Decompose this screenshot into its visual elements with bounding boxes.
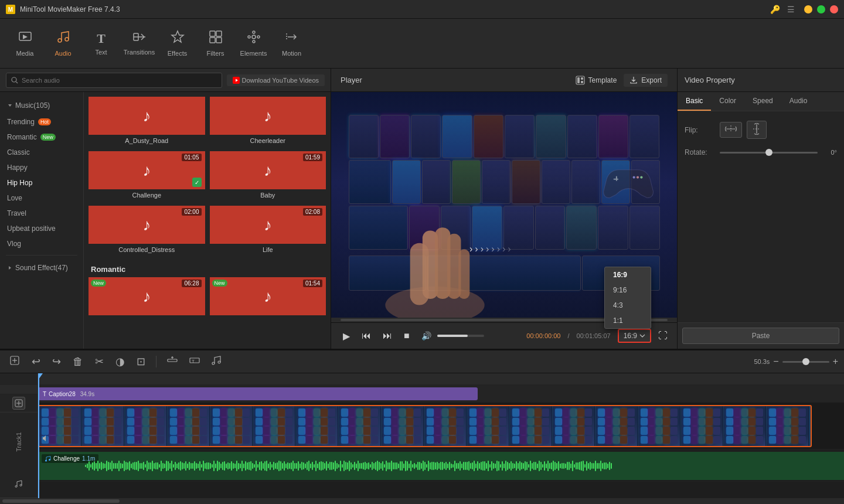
sidebar-item-trending[interactable]: Trending Hot [0, 114, 83, 130]
sidebar-item-travel[interactable]: Travel [0, 206, 83, 221]
maximize-button[interactable]: □ [817, 5, 825, 13]
music-section-header[interactable]: Music(105) [7, 99, 76, 112]
zoom-slider[interactable] [782, 361, 829, 363]
add-audio-track-button[interactable] [208, 353, 226, 371]
flip-vertical-button[interactable] [747, 121, 767, 139]
add-video-track-icon[interactable] [12, 397, 25, 410]
aspect-option-1-1[interactable]: 1:1 [605, 313, 651, 328]
sidebar-item-hiphop[interactable]: Hip Hop [0, 175, 83, 190]
list-item[interactable]: 01:05 ♪ ✓ Challenge [89, 151, 205, 201]
volume-icon[interactable]: 🔊 [419, 329, 434, 343]
caption-clip[interactable]: T Caption28 34.9s [38, 387, 478, 400]
play-button[interactable]: ▶ [341, 328, 352, 344]
undo-button[interactable]: ↩ [28, 353, 44, 370]
fullscreen-button[interactable]: ⛶ [658, 331, 668, 341]
hot-badge: Hot [38, 118, 51, 125]
sidebar-item-love[interactable]: Love [0, 190, 83, 206]
player-header-buttons: Template Export [576, 74, 668, 87]
toolbar-elements[interactable]: Elements [234, 22, 273, 66]
add-media-button[interactable] [6, 353, 23, 371]
template-button[interactable]: Template [576, 76, 617, 85]
audio-thumb-5: 02:00 ♪ [89, 206, 205, 244]
add-track-button[interactable] [164, 353, 181, 371]
toolbar-filters[interactable]: Filters [196, 22, 234, 66]
minimize-button[interactable]: – [804, 5, 812, 13]
sidebar-item-romantic[interactable]: Romantic New [0, 130, 83, 145]
aspect-option-16-9[interactable]: 16:9 [605, 267, 651, 282]
tab-audio[interactable]: Audio [781, 92, 816, 111]
rotate-slider[interactable] [720, 152, 818, 154]
svg-point-15 [253, 40, 255, 43]
paste-button[interactable]: Paste [682, 328, 839, 344]
detach-audio-button[interactable]: ◑ [112, 353, 128, 370]
audio-clip[interactable]: Challenge 1.1m [38, 452, 844, 480]
timeline-scrollbar[interactable] [2, 499, 120, 503]
toolbar-media[interactable]: Media [6, 22, 44, 66]
search-input[interactable] [22, 77, 217, 84]
list-item[interactable]: ♪ Cheerleader [210, 97, 326, 147]
redo-button[interactable]: ↪ [49, 353, 64, 370]
sidebar-item-vlog[interactable]: Vlog [0, 236, 83, 251]
prev-button[interactable]: ⏮ [359, 328, 373, 343]
aspect-option-4-3[interactable]: 4:3 [605, 298, 651, 313]
audio-clip-label: Challenge 1.1m [42, 454, 98, 463]
export-button[interactable]: Export [624, 74, 668, 87]
crop-button[interactable]: ⊡ [133, 353, 149, 370]
media-icon [18, 30, 32, 47]
duration-r1: 06:28 [182, 280, 201, 287]
list-item[interactable]: 01:59 ♪ Baby [210, 151, 326, 201]
settings-icon[interactable]: 🔑 [770, 5, 780, 14]
duration-badge-4: 02:08 [303, 208, 322, 216]
flip-horizontal-button[interactable] [720, 122, 742, 138]
add-text-track-button[interactable]: T [186, 353, 203, 371]
audio-list: ♪ A_Dusty_Road ♪ Cheerleader [84, 92, 331, 349]
toolbar-audio[interactable]: Audio [44, 22, 82, 66]
volume-fill [437, 335, 468, 337]
aspect-option-9-16[interactable]: 9:16 [605, 282, 651, 298]
video-clip[interactable]: // Generate frames inline via JS [38, 405, 812, 447]
toolbar-text[interactable]: T Text [82, 22, 120, 66]
list-item[interactable]: ♪ A_Dusty_Road [89, 97, 205, 147]
toolbar-effects[interactable]: Effects [158, 22, 196, 66]
tab-basic[interactable]: Basic [678, 92, 711, 111]
search-box[interactable] [6, 73, 222, 88]
property-title: Video Property [685, 76, 735, 84]
sound-effect-header[interactable]: Sound Effect(47) [7, 261, 76, 274]
sidebar-item-happy[interactable]: Happy [0, 160, 83, 175]
flip-vertical-icon [752, 123, 761, 135]
toolbar: Media Audio T Text Transitions Effects [0, 19, 844, 69]
svg-rect-7 [210, 31, 215, 36]
menu-icon[interactable]: ☰ [787, 5, 795, 14]
sidebar-item-upbeat[interactable]: Upbeat positive [0, 221, 83, 236]
svg-point-3 [58, 39, 62, 42]
tab-speed[interactable]: Speed [744, 92, 781, 111]
audio-name-3: Challenge [89, 189, 205, 201]
audio-name-5: Controlled_Distress [89, 244, 205, 256]
volume-slider[interactable] [437, 335, 484, 337]
next-button[interactable]: ⏭ [380, 328, 394, 343]
tab-color[interactable]: Color [711, 92, 744, 111]
stop-button[interactable]: ■ [401, 328, 412, 343]
list-item[interactable]: New 06:28 ♪ [89, 277, 205, 315]
zoom-minus-button[interactable]: − [773, 356, 778, 367]
toolbar-motion[interactable]: Motion [273, 22, 311, 66]
zoom-plus-button[interactable]: + [833, 356, 838, 367]
time-ruler [38, 373, 844, 385]
cut-button[interactable]: ✂ [91, 353, 107, 370]
delete-button[interactable]: 🗑 [69, 353, 87, 370]
new-badge-r1: New [91, 280, 106, 287]
download-youtube-button[interactable]: Download YouTube Videos [227, 74, 325, 86]
sidebar-item-classic[interactable]: Classic [0, 145, 83, 160]
svg-text:M: M [8, 6, 13, 13]
list-item[interactable]: New 01:54 ♪ [210, 277, 326, 315]
toolbar-transitions[interactable]: Transitions [120, 22, 158, 66]
audio-name-1: A_Dusty_Road [89, 135, 205, 147]
list-item[interactable]: 02:08 ♪ Life [210, 206, 326, 256]
aspect-ratio-dropdown[interactable]: 16:9 [618, 329, 651, 343]
chevron-right-icon [7, 265, 13, 271]
svg-point-54 [45, 459, 47, 461]
template-label: Template [588, 76, 617, 84]
close-button[interactable]: ✕ [830, 5, 838, 13]
dropdown-arrow-icon [639, 334, 645, 338]
list-item[interactable]: 02:00 ♪ Controlled_Distress [89, 206, 205, 256]
